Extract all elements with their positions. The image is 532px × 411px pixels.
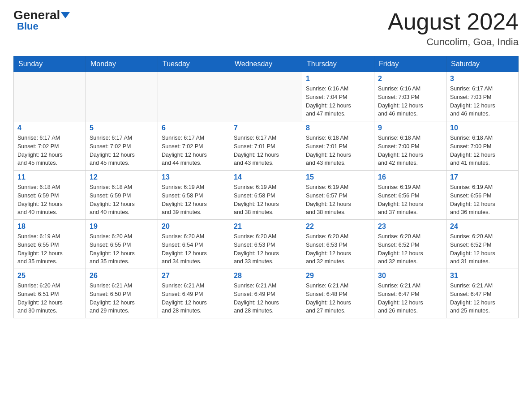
calendar-header-row: SundayMondayTuesdayWednesdayThursdayFrid…	[14, 56, 519, 72]
day-info: Sunrise: 6:17 AM Sunset: 7:01 PM Dayligh…	[234, 134, 298, 167]
day-info: Sunrise: 6:17 AM Sunset: 7:03 PM Dayligh…	[450, 85, 515, 118]
calendar-cell: 5Sunrise: 6:17 AM Sunset: 7:02 PM Daylig…	[86, 121, 158, 171]
calendar-header-sunday: Sunday	[14, 56, 86, 72]
calendar-week-1: 1Sunrise: 6:16 AM Sunset: 7:04 PM Daylig…	[14, 72, 519, 121]
day-number: 11	[17, 173, 82, 181]
day-number: 16	[378, 173, 442, 181]
calendar-cell: 25Sunrise: 6:20 AM Sunset: 6:51 PM Dayli…	[14, 269, 86, 318]
day-info: Sunrise: 6:19 AM Sunset: 6:58 PM Dayligh…	[234, 183, 298, 217]
calendar-cell	[158, 72, 230, 121]
calendar-week-5: 25Sunrise: 6:20 AM Sunset: 6:51 PM Dayli…	[14, 269, 519, 318]
day-number: 9	[378, 124, 442, 132]
day-info: Sunrise: 6:17 AM Sunset: 7:02 PM Dayligh…	[90, 134, 154, 167]
day-number: 12	[90, 173, 154, 181]
calendar-week-3: 11Sunrise: 6:18 AM Sunset: 6:59 PM Dayli…	[14, 171, 519, 220]
calendar-cell: 23Sunrise: 6:20 AM Sunset: 6:52 PM Dayli…	[374, 220, 446, 269]
day-number: 18	[17, 223, 82, 231]
day-info: Sunrise: 6:20 AM Sunset: 6:54 PM Dayligh…	[162, 232, 226, 266]
calendar-cell: 15Sunrise: 6:19 AM Sunset: 6:57 PM Dayli…	[302, 171, 374, 220]
day-info: Sunrise: 6:18 AM Sunset: 7:00 PM Dayligh…	[450, 134, 515, 167]
calendar-header-thursday: Thursday	[302, 56, 374, 72]
calendar-cell: 16Sunrise: 6:19 AM Sunset: 6:56 PM Dayli…	[374, 171, 446, 220]
day-number: 17	[450, 173, 515, 181]
day-info: Sunrise: 6:19 AM Sunset: 6:57 PM Dayligh…	[306, 183, 370, 217]
calendar-header-tuesday: Tuesday	[158, 56, 230, 72]
calendar-table: SundayMondayTuesdayWednesdayThursdayFrid…	[13, 56, 519, 318]
calendar-cell: 8Sunrise: 6:18 AM Sunset: 7:01 PM Daylig…	[302, 121, 374, 171]
day-number: 23	[378, 223, 442, 231]
calendar-cell: 21Sunrise: 6:20 AM Sunset: 6:53 PM Dayli…	[230, 220, 302, 269]
calendar-cell	[230, 72, 302, 121]
day-number: 21	[234, 223, 298, 231]
calendar-header-friday: Friday	[374, 56, 446, 72]
calendar-cell: 2Sunrise: 6:16 AM Sunset: 7:03 PM Daylig…	[374, 72, 446, 121]
calendar-week-4: 18Sunrise: 6:19 AM Sunset: 6:55 PM Dayli…	[14, 220, 519, 269]
calendar-cell	[14, 72, 86, 121]
day-info: Sunrise: 6:18 AM Sunset: 6:59 PM Dayligh…	[90, 183, 154, 217]
calendar-cell: 7Sunrise: 6:17 AM Sunset: 7:01 PM Daylig…	[230, 121, 302, 171]
calendar-cell: 20Sunrise: 6:20 AM Sunset: 6:54 PM Dayli…	[158, 220, 230, 269]
calendar-header-wednesday: Wednesday	[230, 56, 302, 72]
calendar-cell: 19Sunrise: 6:20 AM Sunset: 6:55 PM Dayli…	[86, 220, 158, 269]
day-info: Sunrise: 6:19 AM Sunset: 6:58 PM Dayligh…	[162, 183, 226, 217]
calendar-cell: 24Sunrise: 6:20 AM Sunset: 6:52 PM Dayli…	[446, 220, 519, 269]
day-info: Sunrise: 6:21 AM Sunset: 6:47 PM Dayligh…	[378, 282, 442, 315]
day-info: Sunrise: 6:19 AM Sunset: 6:55 PM Dayligh…	[17, 232, 82, 266]
calendar-cell: 3Sunrise: 6:17 AM Sunset: 7:03 PM Daylig…	[446, 72, 519, 121]
calendar-cell: 12Sunrise: 6:18 AM Sunset: 6:59 PM Dayli…	[86, 171, 158, 220]
calendar-header-monday: Monday	[86, 56, 158, 72]
day-number: 1	[306, 75, 370, 83]
day-info: Sunrise: 6:19 AM Sunset: 6:56 PM Dayligh…	[450, 183, 515, 217]
day-info: Sunrise: 6:17 AM Sunset: 7:02 PM Dayligh…	[162, 134, 226, 167]
day-number: 31	[450, 272, 515, 280]
calendar-cell: 11Sunrise: 6:18 AM Sunset: 6:59 PM Dayli…	[14, 171, 86, 220]
calendar-cell: 28Sunrise: 6:21 AM Sunset: 6:49 PM Dayli…	[230, 269, 302, 318]
day-number: 28	[234, 272, 298, 280]
title-area: August 2024 Cuncolim, Goa, India	[388, 9, 519, 48]
subtitle: Cuncolim, Goa, India	[388, 36, 519, 48]
day-info: Sunrise: 6:20 AM Sunset: 6:52 PM Dayligh…	[378, 232, 442, 266]
day-number: 26	[90, 272, 154, 280]
main-title: August 2024	[388, 9, 519, 34]
day-number: 25	[17, 272, 82, 280]
day-number: 14	[234, 173, 298, 181]
day-number: 30	[378, 272, 442, 280]
day-info: Sunrise: 6:21 AM Sunset: 6:48 PM Dayligh…	[306, 282, 370, 315]
day-info: Sunrise: 6:21 AM Sunset: 6:49 PM Dayligh…	[234, 282, 298, 315]
calendar-cell: 6Sunrise: 6:17 AM Sunset: 7:02 PM Daylig…	[158, 121, 230, 171]
day-number: 8	[306, 124, 370, 132]
day-number: 2	[378, 75, 442, 83]
calendar-cell	[86, 72, 158, 121]
day-info: Sunrise: 6:20 AM Sunset: 6:55 PM Dayligh…	[90, 232, 154, 266]
calendar-cell: 18Sunrise: 6:19 AM Sunset: 6:55 PM Dayli…	[14, 220, 86, 269]
calendar-cell: 10Sunrise: 6:18 AM Sunset: 7:00 PM Dayli…	[446, 121, 519, 171]
logo-triangle-icon	[61, 12, 70, 18]
day-number: 20	[162, 223, 226, 231]
logo-general-text: General	[13, 9, 60, 21]
day-info: Sunrise: 6:21 AM Sunset: 6:50 PM Dayligh…	[90, 282, 154, 315]
day-number: 29	[306, 272, 370, 280]
day-info: Sunrise: 6:16 AM Sunset: 7:04 PM Dayligh…	[306, 85, 370, 118]
calendar-cell: 29Sunrise: 6:21 AM Sunset: 6:48 PM Dayli…	[302, 269, 374, 318]
calendar-header-saturday: Saturday	[446, 56, 519, 72]
calendar-cell: 17Sunrise: 6:19 AM Sunset: 6:56 PM Dayli…	[446, 171, 519, 220]
day-number: 6	[162, 124, 226, 132]
calendar-cell: 31Sunrise: 6:21 AM Sunset: 6:47 PM Dayli…	[446, 269, 519, 318]
day-number: 19	[90, 223, 154, 231]
day-number: 4	[17, 124, 82, 132]
day-info: Sunrise: 6:20 AM Sunset: 6:53 PM Dayligh…	[234, 232, 298, 266]
calendar-cell: 4Sunrise: 6:17 AM Sunset: 7:02 PM Daylig…	[14, 121, 86, 171]
day-info: Sunrise: 6:19 AM Sunset: 6:56 PM Dayligh…	[378, 183, 442, 217]
day-number: 5	[90, 124, 154, 132]
day-number: 22	[306, 223, 370, 231]
calendar-week-2: 4Sunrise: 6:17 AM Sunset: 7:02 PM Daylig…	[14, 121, 519, 171]
logo-blue-text: Blue	[17, 21, 39, 32]
day-info: Sunrise: 6:17 AM Sunset: 7:02 PM Dayligh…	[17, 134, 82, 167]
day-info: Sunrise: 6:20 AM Sunset: 6:52 PM Dayligh…	[450, 232, 515, 266]
day-info: Sunrise: 6:18 AM Sunset: 7:01 PM Dayligh…	[306, 134, 370, 167]
day-number: 3	[450, 75, 515, 83]
day-info: Sunrise: 6:18 AM Sunset: 6:59 PM Dayligh…	[17, 183, 82, 217]
calendar-cell: 13Sunrise: 6:19 AM Sunset: 6:58 PM Dayli…	[158, 171, 230, 220]
day-number: 24	[450, 223, 515, 231]
calendar-cell: 30Sunrise: 6:21 AM Sunset: 6:47 PM Dayli…	[374, 269, 446, 318]
